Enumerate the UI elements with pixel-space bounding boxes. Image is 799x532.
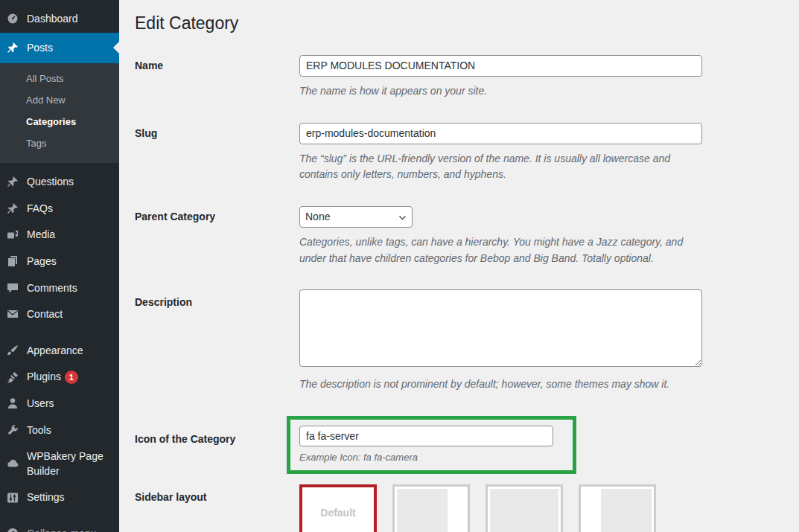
sidebar-item-faqs[interactable]: FAQs [0,196,119,222]
sidebar-item-media[interactable]: Media [0,222,119,249]
sidebar-item-dashboard[interactable]: Dashboard [0,6,119,33]
layout-sidebar-strip [448,489,465,532]
sidebar-item-label: Dashboard [27,12,112,27]
description-label: Description [135,289,299,393]
comment-icon [7,282,19,295]
parent-category-label: Parent Category [135,206,299,266]
name-field-row: Name The name is how it appears on your … [135,55,784,100]
main-content: Edit Category Name The name is how it ap… [119,0,799,532]
sidebar-item-comments[interactable]: Comments [0,275,119,302]
gauge-icon [7,13,19,25]
submenu-item-tags[interactable]: Tags [0,132,119,154]
slug-label: Slug [135,123,299,183]
slug-input[interactable] [299,123,702,144]
sidebar-item-users[interactable]: Users [0,391,119,417]
category-icon-label: Icon of the Category [135,416,299,474]
sidebar-item-label: Users [27,397,112,411]
collapse-icon [7,528,19,532]
layout-option-full-width[interactable] [486,484,563,532]
collapse-menu-button[interactable]: Collapse menu [0,521,119,532]
media-icon [7,229,19,242]
layout-option-default[interactable]: Default [299,484,377,532]
name-label: Name [135,55,299,100]
slug-field-row: Slug The “slug” is the URL-friendly vers… [135,123,784,183]
sidebar-item-pages[interactable]: Pages [0,249,119,275]
sidebar-layout-field-row: Sidebar layout Default [135,484,784,532]
submenu-item-all-posts[interactable]: All Posts [0,68,119,89]
sidebar-item-label: Settings [27,490,112,505]
green-highlight-box: Example Icon: fa fa-camera [287,416,576,474]
pushpin-icon [7,42,19,54]
sidebar-item-label: WPBakery Page Builder [27,449,112,478]
parent-category-select[interactable]: None [299,206,413,228]
sidebar-item-label: FAQs [27,202,112,217]
sidebar-item-label: Tools [27,423,112,438]
sidebar-item-label: Comments [27,281,112,296]
layout-sidebar-strip [583,489,601,532]
update-count-badge: 1 [65,371,78,384]
layout-option-right-sidebar[interactable] [392,484,470,532]
sidebar-item-label: Media [27,228,112,243]
wrench-icon [7,424,19,437]
posts-submenu: All Posts Add New Categories Tags [0,63,119,163]
category-icon-input[interactable] [299,426,553,446]
sidebar-item-wpbakery[interactable]: WPBakery Page Builder [0,443,119,484]
sidebar-item-questions[interactable]: Questions [0,169,119,196]
category-icon-help-text: Example Icon: fa fa-camera [299,450,553,465]
category-icon-field-row: Icon of the Category Example Icon: fa fa… [135,416,784,474]
submenu-item-categories[interactable]: Categories [0,111,119,132]
name-help-text: The name is how it appears on your site. [299,83,702,100]
layout-option-label: Default [320,507,355,519]
pages-icon [7,255,19,268]
name-input[interactable] [299,55,702,77]
description-field-row: Description The description is not promi… [135,289,784,393]
sidebar-layout-label: Sidebar layout [135,484,299,532]
sidebar-item-contact[interactable]: Contact [0,301,119,328]
slug-help-text: The “slug” is the URL-friendly version o… [299,151,702,183]
sidebar-item-appearance[interactable]: Appearance [0,338,119,365]
page-title: Edit Category [135,13,784,35]
envelope-icon [7,308,19,321]
user-icon [7,397,19,410]
description-help-text: The description is not prominent by defa… [299,376,702,393]
pushpin-icon [7,176,19,188]
layout-content-area [397,489,448,532]
sidebar-item-label: Plugins1 [27,370,112,385]
sidebar-item-label: Pages [27,254,112,269]
sidebar-item-label: Collapse menu [27,527,112,532]
sidebar-item-label: Posts [27,41,112,56]
sidebar-item-label: Appearance [27,344,112,359]
sidebar-item-label: Contact [27,307,112,322]
cloud-icon [7,458,19,470]
plug-icon [7,371,19,384]
pushpin-icon [7,202,19,215]
sliders-icon [7,492,19,504]
sidebar-item-settings[interactable]: Settings [0,484,119,511]
layout-option-left-sidebar[interactable] [579,484,656,532]
sidebar-item-label: Questions [27,175,112,190]
sidebar-item-posts[interactable]: Posts [0,33,119,64]
sidebar-item-tools[interactable]: Tools [0,417,119,444]
layout-content-area [601,489,652,532]
sidebar-layout-options: Default [299,484,656,532]
admin-sidebar: Dashboard Posts All Posts Add New Catego… [0,0,119,532]
parent-category-help-text: Categories, unlike tags, can have a hier… [299,234,702,266]
brush-icon [7,344,19,357]
submenu-item-add-new[interactable]: Add New [0,89,119,111]
description-textarea[interactable] [299,289,702,367]
sidebar-item-plugins[interactable]: Plugins1 [0,364,119,391]
active-item-arrow [113,42,119,54]
parent-category-field-row: Parent Category None Categories, unlike … [135,206,784,266]
layout-content-area [490,489,558,532]
